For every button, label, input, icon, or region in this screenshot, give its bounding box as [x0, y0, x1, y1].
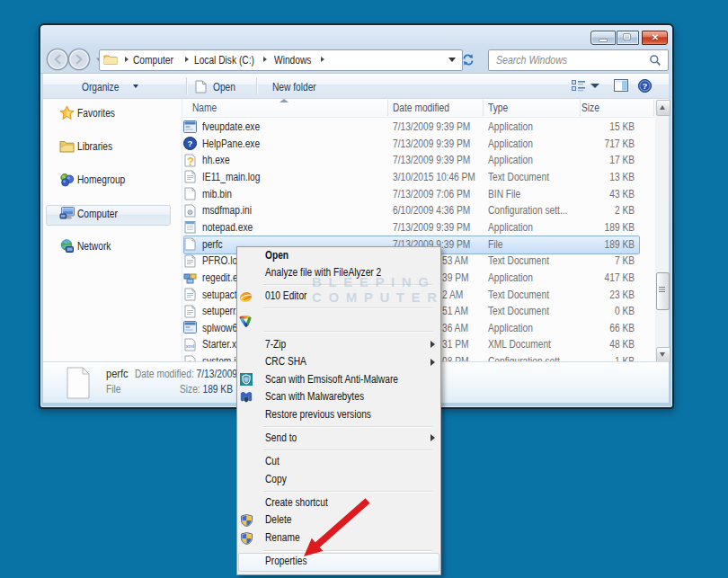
svg-text:?: ?: [643, 81, 648, 91]
svg-text:?: ?: [188, 138, 193, 148]
svg-text:xml: xml: [186, 343, 194, 349]
svg-text:?: ?: [187, 154, 194, 167]
